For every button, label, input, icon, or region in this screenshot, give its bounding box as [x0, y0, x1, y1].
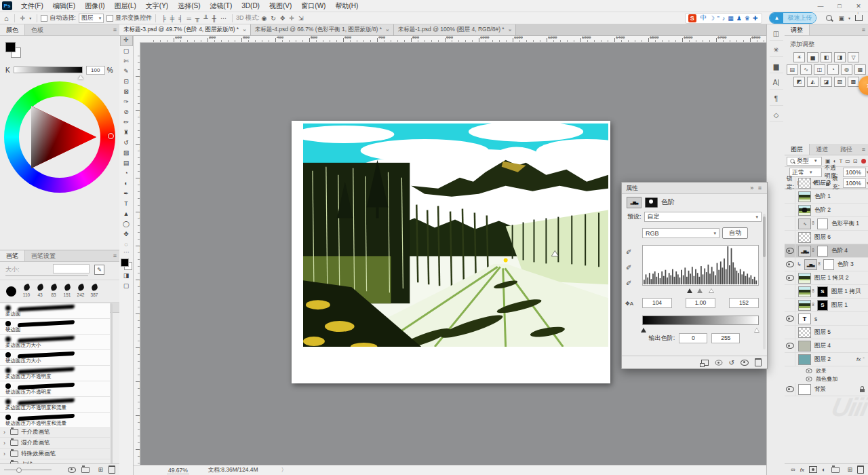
layer-row[interactable]: 图层 1 拷贝 2: [785, 271, 868, 285]
output-shadow-slider[interactable]: [641, 325, 646, 332]
brush-item[interactable]: 硬边圆压力不透明度: [0, 381, 110, 397]
path-select-tool[interactable]: ▲: [120, 209, 132, 219]
visibility-toggle[interactable]: [785, 353, 795, 366]
adjustment-hue-saturation-icon[interactable]: ▤: [787, 64, 798, 75]
3d-mode-icon[interactable]: ◉: [262, 15, 267, 22]
brush-sample[interactable]: 110: [20, 284, 33, 298]
k-slider[interactable]: [14, 66, 83, 73]
filter-adjustment-icon[interactable]: ◐: [833, 158, 837, 164]
brush-item[interactable]: 硬边圆: [0, 319, 110, 335]
scrollbar[interactable]: [111, 303, 113, 466]
crop-tool[interactable]: ⊡: [120, 77, 132, 87]
opacity-dropdown[interactable]: 100%▾: [843, 168, 866, 177]
canvas-image[interactable]: [303, 124, 608, 347]
speed-upload-button[interactable]: ▲ 极速上传: [769, 12, 816, 24]
close-tab-icon[interactable]: ×: [386, 27, 389, 33]
panel-icon-glyphs[interactable]: ◇: [770, 109, 783, 122]
layer-row[interactable]: 图层 5: [785, 326, 868, 339]
new-adjustment-icon[interactable]: ◐: [822, 466, 825, 473]
layer-mask-thumbnail[interactable]: [823, 259, 834, 270]
targeted-adjustment-icon[interactable]: ✥A: [625, 301, 633, 307]
channel-dropdown[interactable]: RGB▾: [642, 228, 719, 238]
document-tab-1[interactable]: 未标题-4.psd @ 66.7% (色彩平衡 1, 图层蒙版/8) *×: [251, 24, 394, 35]
layer-row[interactable]: 色阶 1: [785, 190, 868, 204]
hue-marker[interactable]: [108, 133, 114, 139]
zoom-level[interactable]: 49.67%: [167, 467, 189, 474]
layer-row[interactable]: 图层 3: [785, 176, 868, 190]
gamma-slider[interactable]: [697, 286, 703, 293]
visibility-toggle[interactable]: [785, 204, 795, 216]
brush-folder[interactable]: › 特殊效果画笔: [0, 449, 110, 459]
panel-menu-icon[interactable]: ≡: [862, 26, 865, 33]
delete-layer-icon[interactable]: [857, 466, 864, 474]
ime-icon[interactable]: ♪: [722, 15, 726, 22]
scrollbar[interactable]: [763, 214, 766, 349]
brush-preview-slider[interactable]: [4, 470, 52, 470]
brush-item[interactable]: 硬边圆压力不透明度和流量: [0, 413, 110, 427]
history-brush-tool[interactable]: ↺: [120, 138, 132, 148]
adjustment-color-lookup-icon[interactable]: ▦: [854, 64, 866, 75]
panel-icon-histogram[interactable]: ▆: [770, 60, 783, 73]
gradient-tool[interactable]: ▤: [120, 158, 132, 168]
3d-mode-icon[interactable]: ↻: [271, 15, 276, 22]
layer-name[interactable]: 图层 1: [831, 301, 848, 309]
panel-icon-paragraph[interactable]: ¶: [770, 92, 783, 106]
quick-mask-button[interactable]: ◨: [120, 271, 132, 281]
adjustment-gradient-map-icon[interactable]: ▩: [848, 77, 859, 87]
status-chevron-icon[interactable]: 〉: [281, 466, 288, 474]
adjustment-curves-icon[interactable]: ◧: [821, 52, 832, 62]
highlight-input[interactable]: 152: [729, 298, 759, 308]
layer-name[interactable]: 色彩平衡 1: [831, 220, 859, 228]
layer-row[interactable]: 背景: [785, 383, 868, 396]
tab-channels[interactable]: 通道: [810, 144, 834, 155]
tab-color[interactable]: 颜色: [0, 24, 25, 35]
brush-size-input[interactable]: [53, 264, 90, 273]
ime-icon[interactable]: 中: [701, 14, 707, 22]
visibility-toggle[interactable]: [785, 190, 795, 203]
adjustment-selective-color-icon[interactable]: ▧: [834, 77, 846, 87]
visibility-toggle[interactable]: [785, 231, 795, 244]
align-icon[interactable]: ╨: [203, 15, 208, 22]
auto-select-checkbox[interactable]: [41, 15, 47, 22]
align-icon[interactable]: ╫: [212, 15, 216, 22]
screen-mode-button[interactable]: ▢: [120, 281, 132, 291]
ime-icon[interactable]: ♟: [736, 15, 742, 22]
properties-title-bar[interactable]: 属性 » ≡: [622, 183, 767, 194]
menu-item-7[interactable]: 3D(D): [237, 2, 264, 10]
new-group-icon[interactable]: [81, 467, 90, 473]
visibility-toggle[interactable]: [785, 285, 795, 298]
layer-name[interactable]: 色阶 3: [837, 261, 854, 269]
eye-icon[interactable]: [806, 377, 812, 381]
shadow-slider[interactable]: [687, 286, 692, 293]
align-icon[interactable]: ╞: [161, 15, 165, 22]
align-icon[interactable]: ═: [186, 15, 191, 22]
output-high-input[interactable]: 255: [711, 333, 740, 343]
visibility-toggle[interactable]: [785, 312, 795, 325]
brush-item[interactable]: 柔边圆: [0, 303, 110, 319]
quick-selection-tool[interactable]: ✎: [120, 66, 132, 77]
reset-icon[interactable]: ↺: [729, 359, 734, 366]
healing-brush-tool[interactable]: ⊘: [120, 107, 132, 117]
new-group-icon[interactable]: [831, 467, 840, 473]
home-icon[interactable]: ⌂: [4, 14, 9, 22]
panel-menu-icon[interactable]: ≡: [113, 26, 117, 33]
ime-icon[interactable]: ▦: [728, 15, 734, 22]
slider-thumb[interactable]: [78, 73, 83, 79]
layer-name[interactable]: 图层 2: [814, 356, 831, 364]
color-triangle[interactable]: [28, 104, 96, 170]
layer-row[interactable]: ↳▂▅▃∞色阶 3: [785, 258, 868, 271]
brush-sample[interactable]: 151: [60, 284, 74, 298]
layer-row[interactable]: 图层 2fxˆ: [785, 353, 868, 366]
layer-row[interactable]: ∿∞色彩平衡 1: [785, 217, 868, 231]
visibility-toggle[interactable]: [785, 258, 795, 271]
layer-row[interactable]: ▂▅▃∞色阶 4: [785, 244, 868, 258]
layer-name[interactable]: 色阶 2: [814, 206, 831, 214]
panel-menu-icon[interactable]: ≡: [113, 252, 117, 259]
adjustment-black-white-icon[interactable]: ◫: [814, 64, 825, 75]
layer-name[interactable]: 图层 1 拷贝: [831, 288, 861, 296]
tab-layers[interactable]: 图层: [785, 144, 810, 155]
blur-tool[interactable]: ◔: [120, 168, 132, 178]
visibility-toggle[interactable]: [785, 176, 795, 189]
layer-name[interactable]: 色阶 1: [814, 193, 831, 201]
document-tab-0[interactable]: 未标题-3.psd @ 49.7% (色阶 4, 图层蒙版/8) *×: [119, 24, 251, 35]
